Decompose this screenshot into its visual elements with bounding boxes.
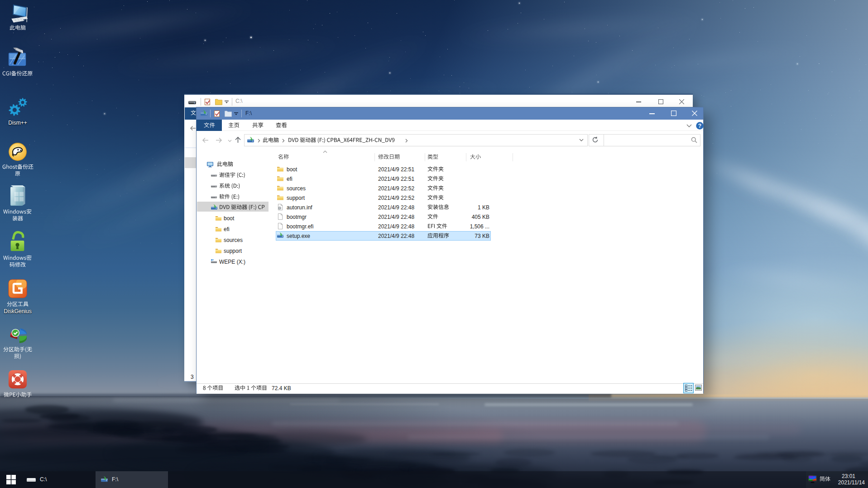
svg-text:?: ? [698,123,701,129]
